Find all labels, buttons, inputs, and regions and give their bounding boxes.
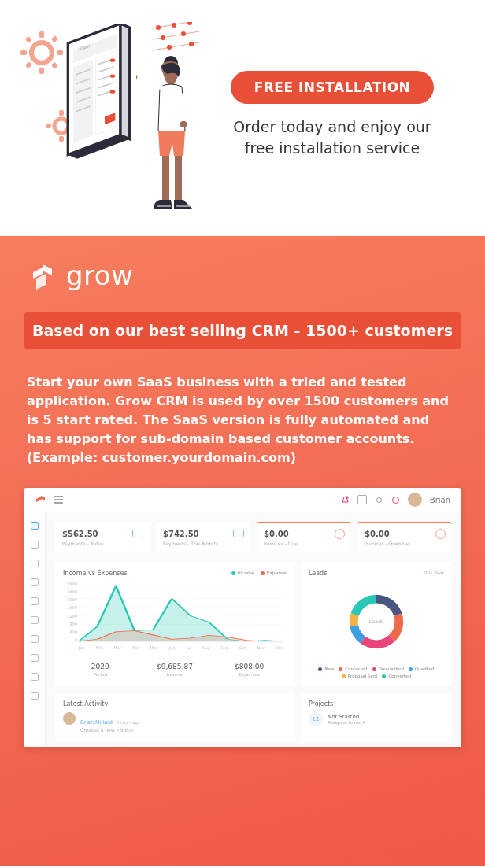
svg-marker-56 bbox=[41, 496, 45, 500]
card-icon bbox=[132, 530, 143, 537]
gear-icon bbox=[20, 31, 64, 75]
svg-point-23 bbox=[189, 42, 194, 46]
svg-point-37 bbox=[110, 90, 116, 94]
activity-title: Latest Activity bbox=[63, 700, 108, 707]
sidebar-icon bbox=[31, 692, 39, 700]
sidebar-icon bbox=[31, 597, 39, 605]
stat-card: $562.50 Payments - Today bbox=[55, 522, 150, 552]
stat-value: $0.00 bbox=[365, 530, 445, 538]
dash-main: $562.50 Payments - Today $742.50 Payment… bbox=[46, 512, 461, 747]
avatar bbox=[408, 493, 422, 507]
svg-point-61 bbox=[376, 497, 381, 502]
leads-period: This Year bbox=[423, 570, 444, 577]
svg-point-20 bbox=[161, 35, 165, 40]
legend-item: Qualified bbox=[409, 667, 435, 671]
project-status: Not Started bbox=[328, 714, 365, 720]
bell-icon bbox=[341, 496, 350, 504]
card-icon bbox=[335, 529, 345, 539]
svg-marker-53 bbox=[43, 264, 52, 275]
donut-chart: Leads bbox=[309, 582, 444, 660]
stat-value: $0.00 bbox=[264, 530, 344, 538]
grow-logo-small-icon bbox=[35, 494, 46, 505]
activity-user: Brian Millard bbox=[80, 719, 113, 726]
svg-point-21 bbox=[181, 31, 186, 36]
stat-label: Payments - This Month bbox=[163, 541, 243, 546]
activity-panel: Latest Activity Brian Millard 4 hours ag… bbox=[55, 693, 294, 741]
gear-icon bbox=[375, 496, 383, 504]
sidebar-icon bbox=[31, 541, 39, 549]
line-chart: 280024002000160012008004000 JanFebMarApr… bbox=[63, 582, 287, 656]
sidebar-icon bbox=[31, 616, 39, 624]
phone-icon: <Card bbox=[61, 24, 140, 168]
sidebar-icon bbox=[31, 635, 39, 643]
svg-line-15 bbox=[152, 31, 199, 39]
person-illustration bbox=[136, 55, 211, 220]
brand: grow bbox=[24, 260, 461, 291]
leads-legend: NewContactedDisqualifiedQualifiedProposa… bbox=[309, 667, 444, 678]
grow-logo-icon bbox=[28, 261, 57, 290]
project-sub: Assigned to me 6 bbox=[328, 720, 365, 725]
stat-card: $0.00 Invoices - Overdue bbox=[357, 522, 452, 552]
free-installation-pill: FREE INSTALLATION bbox=[231, 71, 435, 104]
hero-illustration: <Card bbox=[14, 16, 211, 212]
summary-value: 2020 bbox=[63, 663, 138, 670]
income-expenses-panel: Income vs Expenses Income Expense 280024… bbox=[55, 562, 294, 686]
lower-section: grow Based on our best selling CRM - 150… bbox=[0, 236, 485, 866]
stat-label: Invoices - Overdue bbox=[365, 541, 445, 546]
chart-title: Income vs Expenses bbox=[63, 570, 128, 577]
svg-rect-7 bbox=[51, 35, 58, 42]
top-section: <Card bbox=[0, 0, 485, 236]
svg-point-19 bbox=[187, 22, 192, 25]
svg-rect-1 bbox=[39, 31, 44, 38]
stat-value: $742.50 bbox=[163, 530, 243, 538]
sidebar-icon bbox=[31, 560, 39, 567]
sidebar-icon bbox=[31, 673, 39, 681]
stat-label: Invoices - Due bbox=[264, 541, 344, 546]
top-subtitle: Order today and enjoy our free installat… bbox=[227, 116, 438, 158]
projects-title: Projects bbox=[309, 700, 334, 707]
stat-card: $742.50 Payments - This Month bbox=[156, 522, 250, 552]
projects-panel: Projects 12 Not Started Assigned to me 6 bbox=[301, 693, 452, 741]
svg-point-36 bbox=[110, 75, 116, 78]
svg-point-18 bbox=[172, 23, 176, 28]
legend-item: Converted bbox=[382, 674, 411, 678]
sidebar-icon bbox=[31, 578, 39, 586]
user-name: Brian bbox=[430, 496, 450, 504]
dots-icon bbox=[152, 22, 207, 57]
summary-label: Period bbox=[63, 672, 138, 677]
summary-value: $808.00 bbox=[212, 663, 287, 670]
avatar bbox=[63, 712, 76, 725]
based-on-banner: Based on our best selling CRM - 1500+ cu… bbox=[24, 312, 461, 349]
svg-rect-8 bbox=[25, 61, 32, 68]
stat-value: $562.50 bbox=[62, 530, 143, 538]
dash-sidebar bbox=[24, 512, 46, 747]
svg-rect-12 bbox=[46, 124, 51, 128]
dashboard-screenshot: Brian $562.50 Payments - Today $742.50 bbox=[24, 488, 461, 747]
svg-point-60 bbox=[346, 496, 348, 498]
sidebar-icon bbox=[31, 654, 39, 662]
project-count-badge: 12 bbox=[309, 712, 323, 726]
svg-point-62 bbox=[392, 497, 398, 503]
svg-rect-3 bbox=[20, 50, 27, 55]
sidebar-home-icon bbox=[31, 522, 39, 530]
svg-marker-25 bbox=[120, 24, 130, 139]
svg-rect-5 bbox=[25, 36, 32, 43]
brand-name: grow bbox=[66, 260, 133, 291]
chart-legend: Income Expense bbox=[227, 570, 286, 577]
legend-item: New bbox=[318, 667, 334, 671]
svg-marker-55 bbox=[36, 497, 41, 502]
svg-rect-2 bbox=[39, 68, 44, 74]
svg-rect-49 bbox=[175, 156, 182, 200]
top-text: FREE INSTALLATION Order today and enjoy … bbox=[227, 16, 438, 158]
legend-item: Proposal Sent bbox=[342, 674, 378, 678]
svg-point-17 bbox=[156, 25, 161, 30]
leads-title: Leads bbox=[309, 570, 327, 577]
summary-label: Expenses bbox=[212, 672, 287, 677]
activity-ago: 4 hours ago bbox=[117, 720, 140, 725]
leads-panel: Leads This Year Leads NewContactedDisqua… bbox=[301, 562, 452, 686]
description: Start your own SaaS business with a trie… bbox=[24, 373, 461, 467]
svg-rect-48 bbox=[162, 156, 169, 200]
svg-rect-6 bbox=[51, 62, 58, 69]
square-icon bbox=[357, 495, 367, 504]
chart-summary: 2020Period$9,685.87Income$808.00Expenses bbox=[63, 663, 287, 677]
